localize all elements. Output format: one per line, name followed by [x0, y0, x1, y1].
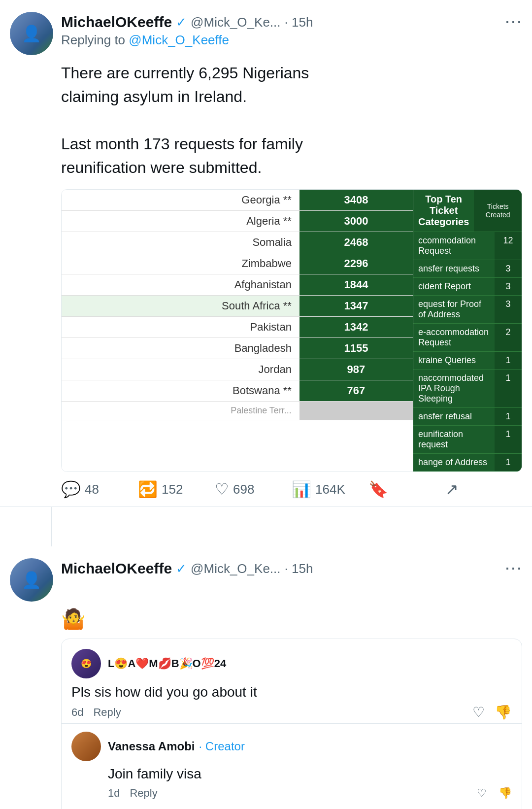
reply-to-1: Replying to @Mick_O_Keeffe — [61, 33, 522, 48]
tweet-2-meta: MichaelOKeeffe ✓ @Mick_O_Ke... · 15h ⋯ — [61, 558, 522, 579]
tweet-1-meta: MichaelOKeeffe ✓ @Mick_O_Ke... · 15h ⋯ R… — [61, 12, 522, 53]
quoted-avatar[interactable]: 😍 — [71, 649, 101, 678]
ticket-row: kraine Queries1 — [413, 352, 522, 370]
tickets-title: Top Ten Ticket Categories — [413, 190, 474, 232]
vanessa-reply: Vanessa Amobi · Creator Join family visa… — [71, 724, 512, 808]
views-action-1[interactable]: 📊 164K — [292, 480, 368, 499]
tweet-1-image: Georgia **3408 Algeria **3000 Somalia246… — [61, 189, 522, 472]
retweet-action-1[interactable]: 🔁 152 — [138, 480, 215, 499]
quoted-header: 😍 L😍A❤️M💋B🎉O💯24 — [71, 649, 512, 678]
quoted-dislike-icon[interactable]: 👎 — [495, 704, 512, 720]
vanessa-heart-icon[interactable]: ♡ — [477, 787, 487, 800]
ticket-row: ansfer requests3 — [413, 260, 522, 278]
author-handle-2: @Mick_O_Ke... — [191, 561, 280, 576]
tickets-header: Top Ten Ticket Categories Tickets Create… — [413, 190, 522, 232]
vanessa-time-reply: 1d Reply ♡ 👎 — [108, 787, 512, 800]
quoted-time: 6d — [71, 706, 83, 719]
ticket-row: eunification request1 — [413, 426, 522, 454]
author-handle-1: @Mick_O_Ke... — [191, 15, 280, 30]
table-row: Georgia **3408 — [62, 190, 413, 211]
avatar-2[interactable]: 👤 — [10, 558, 53, 602]
verified-icon-2: ✓ — [176, 561, 187, 576]
like-count-1: 698 — [233, 482, 254, 497]
vanessa-reply-btn[interactable]: Reply — [130, 787, 157, 800]
tweet-2-body: 🤷 😍 L😍A❤️M💋B🎉O💯24 Pls sis how did you go… — [61, 607, 522, 809]
tweet-1-actions: 💬 48 🔁 152 ♡ 698 📊 164K 🔖 ↗ — [61, 480, 522, 499]
creator-badge: · Creator — [199, 740, 245, 753]
quoted-reply-btn[interactable]: Reply — [93, 706, 121, 719]
retweet-icon-1: 🔁 — [138, 480, 158, 499]
tweet-1-header: 👤 MichaelOKeeffe ✓ @Mick_O_Ke... · 15h ⋯… — [10, 12, 522, 55]
tickets-count-header: Tickets Created — [474, 190, 522, 232]
table-row: Bangladesh1155 — [62, 338, 413, 359]
share-icon-1: ↗ — [445, 480, 459, 499]
vanessa-name-line: Vanessa Amobi · Creator — [108, 740, 245, 753]
ticket-row: equest for Proof of Address3 — [413, 296, 522, 324]
table-row: Palestine Terr... — [62, 402, 413, 420]
comment-icon-1: 💬 — [61, 480, 81, 499]
quoted-user-info: L😍A❤️M💋B🎉O💯24 — [108, 657, 226, 670]
tweet-1-text: There are currently 6,295 Nigerians clai… — [61, 61, 522, 179]
tickets-table: Top Ten Ticket Categories Tickets Create… — [413, 190, 522, 472]
retweet-count-1: 152 — [162, 482, 183, 497]
comment-count-1: 48 — [85, 482, 99, 497]
more-options-icon-1[interactable]: ⋯ — [504, 12, 522, 33]
vanessa-dislike-icon[interactable]: 👎 — [499, 787, 512, 800]
tweet-1-body: There are currently 6,295 Nigerians clai… — [61, 61, 522, 499]
ticket-row: naccommodated IPA Rough Sleeping1 — [413, 370, 522, 408]
table-row: Botswana **767 — [62, 380, 413, 402]
ticket-row: hange of Address1 — [413, 454, 522, 472]
ticket-row: ccommodation Request12 — [413, 232, 522, 260]
like-action-1[interactable]: ♡ 698 — [215, 480, 292, 499]
author-name-2[interactable]: MichaelOKeeffe — [61, 560, 172, 577]
author-name-1[interactable]: MichaelOKeeffe — [61, 14, 172, 31]
table-row: Jordan987 — [62, 359, 413, 380]
bookmark-action-1[interactable]: 🔖 — [368, 480, 445, 499]
share-action-1[interactable]: ↗ — [445, 480, 522, 499]
views-count-1: 164K — [315, 482, 345, 497]
tweet-2: 👤 MichaelOKeeffe ✓ @Mick_O_Ke... · 15h ⋯… — [0, 546, 532, 809]
comment-action-1[interactable]: 💬 48 — [61, 480, 138, 499]
vanessa-text: Join family visa — [108, 766, 512, 782]
asylum-table: Georgia **3408 Algeria **3000 Somalia246… — [62, 190, 413, 472]
table-row: Somalia2468 — [62, 232, 413, 253]
heart-icon-1: ♡ — [215, 480, 229, 499]
bookmark-icon-1: 🔖 — [368, 480, 388, 499]
quoted-tweet[interactable]: 😍 L😍A❤️M💋B🎉O💯24 Pls sis how did you go a… — [61, 639, 522, 809]
table-row-south-africa: South Africa **1347 — [62, 296, 413, 317]
quoted-reply-meta: 6d Reply ♡ 👎 — [71, 704, 512, 720]
tweet-2-header: 👤 MichaelOKeeffe ✓ @Mick_O_Ke... · 15h ⋯ — [10, 558, 522, 602]
more-options-icon-2[interactable]: ⋯ — [504, 558, 522, 579]
vanessa-name[interactable]: Vanessa Amobi — [108, 740, 195, 753]
tweet-1: 👤 MichaelOKeeffe ✓ @Mick_O_Ke... · 15h ⋯… — [0, 0, 532, 507]
quoted-heart-icon[interactable]: ♡ — [472, 704, 485, 720]
tweet-separator — [51, 507, 52, 546]
ticket-row: ansfer refusal1 — [413, 408, 522, 426]
table-row: Zimbabwe2296 — [62, 253, 413, 274]
tweet-time-1: · 15h — [285, 15, 313, 30]
vanessa-actions: ♡ 👎 — [477, 787, 512, 800]
table-row: Afghanistan1844 — [62, 274, 413, 296]
verified-icon-1: ✓ — [176, 15, 187, 30]
author-line-2: MichaelOKeeffe ✓ @Mick_O_Ke... · 15h ⋯ — [61, 558, 522, 579]
reply-to-handle-1[interactable]: @Mick_O_Keeffe — [129, 33, 229, 47]
vanessa-header: Vanessa Amobi · Creator — [71, 732, 512, 761]
ticket-row: cident Report3 — [413, 278, 522, 296]
vanessa-avatar[interactable] — [71, 732, 101, 761]
author-line-1: MichaelOKeeffe ✓ @Mick_O_Ke... · 15h ⋯ — [61, 12, 522, 33]
quoted-username: L😍A❤️M💋B🎉O💯24 — [108, 657, 226, 670]
tweet-time-2: · 15h — [285, 561, 313, 576]
views-icon-1: 📊 — [292, 480, 311, 499]
tweet-2-emoji: 🤷 — [61, 607, 522, 631]
ticket-row: e-accommodation Request2 — [413, 324, 522, 352]
table-row: Pakistan1342 — [62, 317, 413, 338]
quoted-comment-text: Pls sis how did you go about it — [71, 684, 512, 700]
vanessa-time: 1d — [108, 787, 120, 800]
table-row: Algeria **3000 — [62, 211, 413, 232]
avatar-1[interactable]: 👤 — [10, 12, 53, 55]
